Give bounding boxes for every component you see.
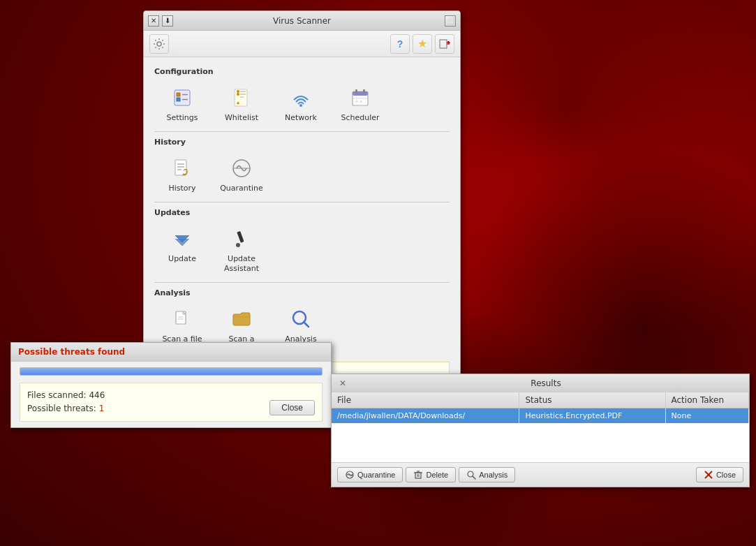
results-table: File Status Action Taken /media/jlwallen…	[332, 392, 749, 423]
maximize-button[interactable]: ⬜	[445, 15, 456, 27]
virus-scanner-titlebar: ✕ ⬇ Virus Scanner ⬜	[144, 11, 460, 31]
analysis-section-label: Analysis	[154, 288, 450, 297]
scan-directory-icon	[231, 309, 252, 330]
configuration-grid: Settings Whitelist	[154, 82, 450, 126]
exit-icon	[438, 38, 451, 50]
scheduler-icon	[350, 87, 371, 108]
settings-item[interactable]: Settings	[154, 82, 210, 126]
results-footer: Quarantine Delete Analysis	[332, 462, 749, 487]
svg-rect-20	[175, 160, 186, 175]
scan-directory-icon-box	[229, 307, 254, 332]
close-window-button[interactable]: ✕	[148, 15, 159, 27]
titlebar-right: ⬜	[445, 15, 456, 27]
scheduler-label: Scheduler	[341, 113, 379, 122]
results-table-head: File Status Action Taken	[332, 392, 749, 408]
update-assistant-item[interactable]: Update Assistant	[214, 223, 269, 276]
results-window: ✕ Results File Status Action Taken /medi…	[331, 374, 750, 487]
virus-scanner-window: ✕ ⬇ Virus Scanner ⬜ ? ★	[143, 10, 461, 383]
configuration-label: Configuration	[154, 67, 450, 76]
close-x-icon	[704, 470, 713, 480]
download-button[interactable]: ⬇	[162, 15, 173, 27]
svg-point-12	[299, 104, 302, 107]
delete-label: Delete	[426, 471, 448, 479]
results-close-button[interactable]: Close	[696, 467, 743, 482]
col-status: Status	[519, 392, 665, 408]
toolbar-left	[149, 34, 169, 54]
results-body: File Status Action Taken /media/jlwallen…	[332, 392, 749, 462]
history-section-label: History	[154, 138, 450, 147]
analysis-footer-button[interactable]: Analysis	[459, 467, 515, 482]
svg-rect-1	[440, 40, 447, 48]
history-grid: History Quarantine	[154, 152, 450, 196]
exit-app-button[interactable]	[435, 34, 454, 54]
favorites-button[interactable]: ★	[413, 34, 432, 54]
cell-status: Heuristics.Encrypted.PDF	[519, 408, 665, 424]
svg-rect-15	[355, 89, 357, 94]
results-table-body: /media/jlwallen/DATA/Downloads/ Heuristi…	[332, 408, 749, 424]
analysis-footer-icon	[466, 470, 476, 480]
col-file: File	[332, 392, 519, 408]
updates-label: Updates	[154, 208, 450, 217]
history-item[interactable]: History	[154, 152, 210, 196]
update-assistant-icon-box	[229, 226, 254, 251]
back-button[interactable]	[149, 34, 169, 54]
quarantine-label: Quarantine	[220, 184, 263, 193]
window-content: Configuration Settings	[144, 57, 460, 382]
titlebar-buttons: ✕ ⬇	[148, 15, 173, 27]
scan-stats: Files scanned: 446 Possible threats: 1	[27, 389, 105, 415]
results-close-label: Close	[716, 471, 736, 479]
results-titlebar: ✕ Results	[332, 374, 749, 392]
files-scanned-count: 446	[89, 390, 105, 400]
progress-bar-track	[20, 367, 323, 376]
files-scanned-row: Files scanned: 446	[27, 389, 105, 402]
network-item[interactable]: Network	[273, 82, 329, 126]
updates-grid: Update Update Assistant	[154, 223, 450, 276]
settings-icon-box	[170, 85, 195, 110]
analysis-icon	[290, 309, 311, 330]
svg-line-33	[304, 322, 309, 327]
network-icon-box	[288, 85, 313, 110]
divider-3	[154, 282, 450, 283]
threats-close-button[interactable]: Close	[269, 400, 315, 415]
settings-gear-icon	[153, 38, 165, 50]
whitelist-icon-box	[229, 85, 254, 110]
quarantine-footer-label: Quarantine	[357, 471, 395, 479]
history-icon-box	[170, 156, 195, 181]
settings-label: Settings	[166, 113, 198, 122]
svg-rect-14	[353, 91, 368, 96]
scheduler-item[interactable]: Scheduler	[332, 82, 388, 126]
svg-rect-5	[177, 98, 180, 101]
whitelist-item[interactable]: Whitelist	[214, 82, 269, 126]
help-button[interactable]: ?	[390, 34, 410, 54]
star-icon: ★	[417, 37, 427, 50]
possible-threats-label: Possible threats:	[27, 404, 96, 413]
network-icon	[290, 87, 311, 108]
threats-dialog: Possible threats found Files scanned: 44…	[10, 342, 332, 428]
svg-rect-16	[363, 89, 365, 94]
svg-rect-8	[235, 89, 247, 106]
help-icon: ?	[397, 38, 403, 50]
scan-file-icon	[172, 309, 193, 330]
footer-left-buttons: Quarantine Delete Analysis	[337, 467, 515, 482]
update-item[interactable]: Update	[154, 223, 210, 276]
update-label: Update	[168, 254, 196, 263]
delete-icon	[413, 470, 423, 480]
quarantine-icon-box	[229, 156, 254, 181]
table-row[interactable]: /media/jlwallen/DATA/Downloads/ Heuristi…	[332, 408, 749, 424]
quarantine-button[interactable]: Quarantine	[337, 467, 403, 482]
whitelist-icon	[231, 87, 252, 108]
network-label: Network	[285, 113, 317, 122]
scan-file-icon-box	[170, 307, 195, 332]
scheduler-icon-box	[348, 85, 373, 110]
cell-file: /media/jlwallen/DATA/Downloads/	[332, 408, 519, 424]
possible-threats-count: 1	[99, 404, 105, 413]
scan-info: Files scanned: 446 Possible threats: 1 C…	[20, 383, 323, 422]
col-action: Action Taken	[665, 392, 749, 408]
quarantine-icon	[231, 158, 252, 179]
results-close-x-button[interactable]: ✕	[337, 378, 348, 389]
quarantine-item[interactable]: Quarantine	[214, 152, 269, 196]
svg-point-0	[157, 42, 161, 46]
svg-rect-19	[360, 101, 362, 103]
delete-button[interactable]: Delete	[406, 467, 456, 482]
svg-rect-18	[355, 101, 358, 103]
